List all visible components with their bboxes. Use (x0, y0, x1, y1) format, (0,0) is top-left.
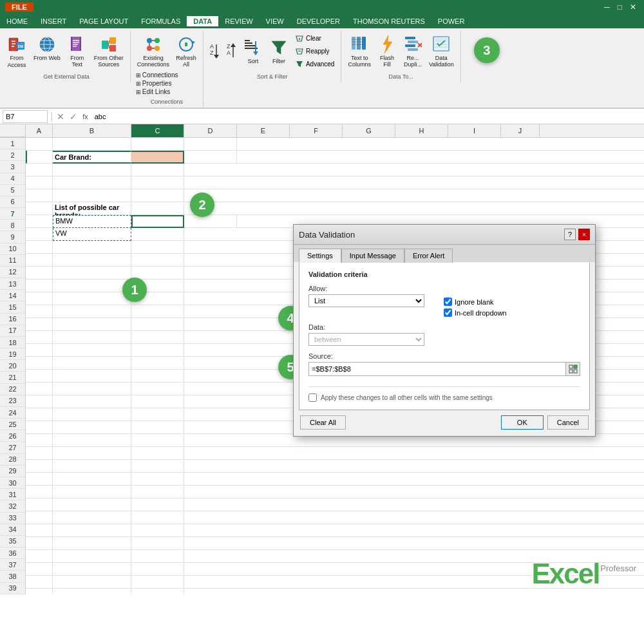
in-cell-dropdown-checkbox[interactable] (444, 308, 452, 317)
col-header-J[interactable]: J (501, 124, 540, 137)
cancel-button[interactable]: Cancel (547, 415, 589, 430)
cancel-formula-icon[interactable]: ✕ (55, 111, 66, 122)
menu-page-layout[interactable]: PAGE LAYOUT (73, 16, 135, 26)
cell-B2[interactable]: Car Brand: (53, 151, 131, 164)
row-header-24[interactable]: 24 (0, 407, 26, 419)
dialog-tab-error-alert[interactable]: Error Alert (404, 249, 453, 263)
menu-insert[interactable]: INSERT (34, 16, 73, 26)
from-access-button[interactable]: DB From Access (4, 32, 30, 71)
apply-all-cells-checkbox[interactable] (308, 393, 317, 402)
cell-B6[interactable]: List of possible car brands: (53, 202, 131, 215)
row-header-8[interactable]: 8 (0, 220, 26, 231)
from-text-button[interactable]: From Text (64, 32, 90, 71)
menu-power[interactable]: POWER (431, 16, 471, 26)
row-header-16[interactable]: 16 (0, 314, 26, 325)
dialog-tab-settings[interactable]: Settings (299, 249, 341, 263)
row-header-29[interactable]: 29 (0, 466, 26, 477)
row-header-39[interactable]: 39 (0, 583, 26, 594)
dialog-tab-input-message[interactable]: Input Message (341, 249, 404, 263)
function-icon[interactable]: fx (81, 113, 90, 120)
menu-formulas[interactable]: FORMULAS (135, 16, 187, 26)
data-select[interactable]: between (308, 333, 424, 346)
sort-button[interactable]: Sort (241, 36, 265, 66)
row-header-19[interactable]: 19 (0, 348, 26, 360)
row-header-10[interactable]: 10 (0, 243, 26, 255)
cell-A2[interactable] (26, 151, 53, 164)
cell-B8[interactable]: VW (53, 228, 131, 241)
col-header-B[interactable]: B (53, 124, 131, 137)
col-header-F[interactable]: F (290, 124, 343, 137)
row-header-3[interactable]: 3 (0, 161, 26, 173)
row-header-4[interactable]: 4 (0, 173, 26, 185)
cell-C2[interactable] (131, 151, 184, 164)
menu-data[interactable]: DATA (187, 16, 218, 26)
col-header-I[interactable]: I (448, 124, 501, 137)
cell-A3[interactable] (26, 164, 53, 176)
row-header-9[interactable]: 9 (0, 231, 26, 243)
sort-az-button[interactable]: AZ (207, 39, 223, 62)
row-header-34[interactable]: 34 (0, 524, 26, 536)
source-input[interactable] (309, 364, 565, 374)
cell-C1[interactable] (131, 138, 184, 151)
edit-links-link[interactable]: ⊞ Edit Links (135, 88, 199, 96)
reapply-button[interactable]: Reapply (292, 45, 337, 57)
text-to-columns-button[interactable]: Text to Columns (345, 32, 374, 70)
row-header-12[interactable]: 12 (0, 267, 26, 278)
dialog-close-button[interactable]: × (578, 229, 590, 240)
confirm-formula-icon[interactable]: ✓ (68, 111, 79, 122)
flash-fill-button[interactable]: Flash Fill (375, 32, 399, 70)
cell-B3[interactable] (53, 164, 131, 176)
col-header-H[interactable]: H (395, 124, 448, 137)
row-header-20[interactable]: 20 (0, 360, 26, 372)
cell-C7[interactable] (131, 215, 184, 228)
col-header-G[interactable]: G (343, 124, 395, 137)
row-header-22[interactable]: 22 (0, 384, 26, 395)
advanced-button[interactable]: Advanced (292, 58, 337, 70)
row-header-38[interactable]: 38 (0, 571, 26, 582)
row-header-26[interactable]: 26 (0, 430, 26, 442)
menu-developer[interactable]: DEVELOPER (290, 16, 346, 26)
row-header-1[interactable]: 1 (0, 138, 26, 149)
ignore-blank-checkbox[interactable] (444, 298, 452, 306)
col-header-A[interactable]: A (26, 124, 53, 137)
cell-D1[interactable] (184, 138, 237, 151)
row-header-6[interactable]: 6 (0, 196, 26, 208)
row-header-25[interactable]: 25 (0, 419, 26, 430)
row-header-27[interactable]: 27 (0, 442, 26, 453)
row-header-11[interactable]: 11 (0, 255, 26, 267)
menu-thomson[interactable]: THOMSON REUTERS (346, 16, 431, 26)
existing-connections-button[interactable]: Existing Connections (135, 32, 172, 70)
menu-home[interactable]: HOME (0, 16, 34, 26)
from-web-button[interactable]: From Web (31, 32, 63, 71)
cell-B1[interactable] (53, 138, 131, 151)
formula-input[interactable] (92, 112, 641, 121)
row-header-5[interactable]: 5 (0, 185, 26, 196)
clear-button[interactable]: Clear (292, 32, 337, 44)
col-header-D[interactable]: D (184, 124, 237, 137)
row-header-31[interactable]: 31 (0, 489, 26, 500)
row-header-13[interactable]: 13 (0, 278, 26, 290)
file-button[interactable]: FILE (5, 3, 33, 12)
cell-D2[interactable] (184, 151, 237, 164)
data-validation-button[interactable]: Data Validation (426, 32, 457, 70)
row-header-30[interactable]: 30 (0, 477, 26, 489)
row-header-14[interactable]: 14 (0, 290, 26, 301)
dialog-help-button[interactable]: ? (564, 229, 576, 240)
from-other-sources-button[interactable]: From Other Sources (91, 32, 126, 71)
properties-link[interactable]: ⊞ Properties (135, 79, 199, 88)
refresh-all-button[interactable]: Refresh All (173, 32, 199, 70)
row-header-2[interactable]: 2 (0, 149, 26, 161)
remove-duplicates-button[interactable]: Re... Dupli... (401, 32, 425, 70)
allow-select[interactable]: List Any value Whole number (308, 294, 424, 307)
restore-btn[interactable]: □ (615, 3, 625, 12)
connections-link[interactable]: ⊞ Connections (135, 71, 199, 79)
close-btn[interactable]: ✕ (627, 3, 639, 12)
ok-button[interactable]: OK (501, 415, 544, 430)
sort-za-button[interactable]: ZA (224, 39, 240, 62)
row-header-28[interactable]: 28 (0, 454, 26, 466)
source-range-select-button[interactable] (565, 363, 580, 375)
row-header-32[interactable]: 32 (0, 500, 26, 512)
cell-B7[interactable]: BMW (53, 215, 131, 228)
row-header-23[interactable]: 23 (0, 395, 26, 407)
row-header-33[interactable]: 33 (0, 513, 26, 524)
